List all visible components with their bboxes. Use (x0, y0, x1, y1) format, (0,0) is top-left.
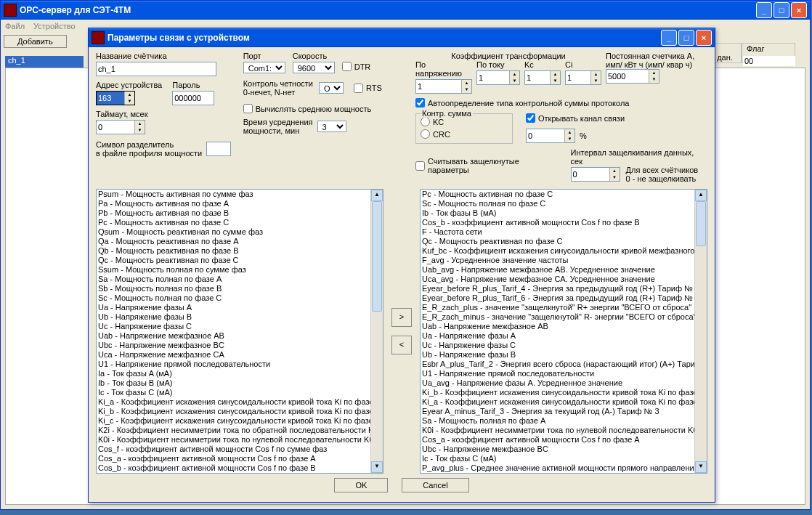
list-item[interactable]: Uab_avg - Напряжение межфазное AB. Усред… (422, 265, 694, 275)
dtr-checkbox[interactable] (342, 62, 352, 71)
list-item[interactable]: Eyear_before R_plus_Tarif_6 - Энергия за… (422, 293, 694, 303)
selected-params-list[interactable]: Pc - Мощность активная по фазе CSc - Мощ… (420, 189, 707, 474)
spin-down-icon[interactable]: ▼ (124, 98, 134, 105)
crc-crc-radio[interactable] (421, 129, 430, 139)
minimize-button[interactable]: _ (756, 2, 772, 18)
dialog-maximize-button[interactable]: □ (678, 30, 694, 46)
ok-button[interactable]: OK (334, 478, 388, 492)
cancel-button[interactable]: Cancel (402, 478, 468, 492)
list-item[interactable]: Eyear A_minus_Tarif_3 - Энергия за текущ… (422, 407, 694, 416)
list-item[interactable]: Esbr A_plus_Tarif_2 - Энергия всего сбро… (422, 360, 694, 369)
spin-down-icon[interactable]: ▼ (590, 78, 601, 84)
list-item[interactable]: Pc - Мощность активная по фазе C (98, 218, 370, 227)
openchan-checkbox[interactable] (526, 113, 535, 123)
list-item[interactable]: Cos_b - коэффициент активной мощности Co… (98, 463, 370, 473)
list-item[interactable]: Sa - Мощность полная по фазе A (98, 275, 370, 284)
list-item[interactable]: F_avg - Усредненное значение частоты (422, 256, 694, 265)
list-item[interactable]: Ic - Ток фазы C (мА) (422, 454, 694, 463)
move-right-button[interactable]: > (391, 308, 412, 327)
list-item[interactable]: Sc - Мощность полная по фазе C (422, 199, 694, 208)
kc-input[interactable] (525, 71, 550, 84)
scroll-down-icon[interactable]: ▼ (695, 461, 707, 473)
available-params-list[interactable]: Psum - Мощность активная по сумме фазPa … (96, 189, 383, 474)
port-select[interactable]: Com1: (243, 62, 285, 73)
spin-up-icon[interactable]: ▲ (124, 92, 134, 98)
parity-select[interactable]: O (319, 82, 344, 94)
list-item[interactable]: Cos_f - коэффициент активной мощности Co… (98, 445, 370, 454)
openchan-value-input[interactable] (527, 129, 564, 142)
scroll-thumb[interactable] (696, 201, 706, 246)
device-address-input[interactable] (97, 92, 124, 105)
speed-select[interactable]: 9600 (293, 62, 335, 73)
scroll-up-icon[interactable]: ▲ (695, 190, 707, 201)
latch-interval-input[interactable] (572, 168, 609, 181)
list-item[interactable]: Ic - Ток фазы C (мА) (98, 388, 370, 397)
list-item[interactable]: Uab - Напряжение межфазное AB (98, 331, 370, 341)
list-item[interactable]: Ubc - Напряжение межфазное BC (98, 341, 370, 350)
list-item[interactable]: Cos_a - коэффициент активной мощности Co… (98, 454, 370, 463)
list-item[interactable]: K2i - Коэффициент несимметрии тока по об… (98, 426, 370, 435)
spin-up-icon[interactable]: ▲ (509, 71, 519, 78)
list-item[interactable]: K0i - Коэффициент несимметрии тока по ну… (422, 426, 694, 435)
list-item[interactable]: U1 - Напряжение прямой последовательност… (422, 369, 694, 378)
menu-device[interactable]: Устройство (33, 22, 76, 31)
list-item[interactable]: Ki_a - Коэффициент искажения синусоидаль… (98, 397, 370, 407)
list-item[interactable]: Ubc - Напряжение межфазное BC (422, 445, 694, 454)
list-item[interactable]: Uc - Напряжение фазы C (422, 341, 694, 350)
list-item[interactable]: U1 - Напряжение прямой последовательност… (98, 360, 370, 369)
ku-input[interactable] (416, 80, 461, 93)
list-item[interactable]: Qa - Мощность реактивная по фазе A (98, 237, 370, 246)
spin-down-icon[interactable]: ▼ (649, 76, 659, 83)
scroll-down-icon[interactable]: ▼ (371, 461, 383, 473)
spin-up-icon[interactable]: ▲ (564, 129, 575, 136)
list-item[interactable]: F - Частота сети (422, 227, 694, 237)
list-item[interactable]: Ib - Ток фазы B (мА) (98, 378, 370, 388)
spin-up-icon[interactable]: ▲ (590, 71, 601, 78)
list-item[interactable]: Ua_avg - Напряжение фазы A. Усредненное … (422, 378, 694, 388)
dialog-minimize-button[interactable]: _ (661, 30, 677, 46)
list-item[interactable]: Ib - Ток фазы B (мА) (422, 208, 694, 218)
list-item[interactable]: Ua - Напряжение фазы A (98, 303, 370, 312)
password-input[interactable] (172, 91, 214, 105)
spin-down-icon[interactable]: ▼ (509, 78, 519, 84)
list-item[interactable]: Ssum - Мощность полная по сумме фаз (98, 265, 370, 275)
spin-up-icon[interactable]: ▲ (609, 168, 620, 174)
list-item[interactable]: P_avg_plus - Среднее значение активной м… (422, 463, 694, 473)
crc-kc-radio[interactable] (421, 117, 430, 126)
scroll-up-icon[interactable]: ▲ (371, 190, 383, 201)
avgtime-select[interactable]: 3 (317, 121, 346, 132)
list-item[interactable]: Ki_a - Коэффициент искажения синусоидаль… (422, 397, 694, 407)
list-item[interactable]: Ia - Ток фазы A (мА) (98, 369, 370, 378)
list-item[interactable]: Sb - Мощность полная по фазе B (98, 284, 370, 293)
list-item[interactable]: Sa - Мощность полная по фазе A (422, 416, 694, 426)
ki-input[interactable] (477, 71, 509, 84)
list-item[interactable]: Pa - Мощность активная по фазе A (98, 199, 370, 208)
list-item[interactable]: Qb - Мощность реактивная по фазе B (98, 246, 370, 256)
meter-name-input[interactable] (96, 62, 216, 76)
list-item[interactable]: Qsum - Мощность реактивная по сумме фаз (98, 227, 370, 237)
const-input[interactable] (606, 70, 649, 83)
list-item[interactable]: Qc - Мощность реактивная по фазе C (422, 237, 694, 246)
list-item[interactable]: K0i - Коэффициент несимметрии тока по ну… (98, 435, 370, 445)
scrollbar[interactable]: ▲ ▼ (370, 190, 383, 473)
grid-row-ch1[interactable]: ch_1 (5, 56, 84, 68)
list-item[interactable]: Uca_avg - Напряжение межфазное CA. Усред… (422, 275, 694, 284)
spin-up-icon[interactable]: ▲ (649, 70, 659, 76)
list-item[interactable]: Cos_a - коэффициент активной мощности Co… (422, 435, 694, 445)
list-item[interactable]: Ub - Напряжение фазы B (422, 350, 694, 360)
list-item[interactable]: Ua - Напряжение фазы A (422, 331, 694, 341)
separator-input[interactable] (206, 142, 231, 156)
spin-up-icon[interactable]: ▲ (134, 121, 145, 127)
add-button[interactable]: Добавить (4, 35, 67, 48)
spin-down-icon[interactable]: ▼ (564, 136, 575, 142)
menu-file[interactable]: Файл (5, 22, 25, 31)
list-item[interactable]: Psum - Мощность активная по сумме фаз (98, 190, 370, 199)
list-item[interactable]: Eyear_before R_plus_Tarif_4 - Энергия за… (422, 284, 694, 293)
list-item[interactable]: Ki_b - Коэффициент искажения синусоидаль… (98, 407, 370, 416)
spin-up-icon[interactable]: ▲ (550, 71, 560, 78)
dialog-close-button[interactable]: × (696, 30, 712, 46)
maximize-button[interactable]: □ (774, 2, 789, 18)
spin-down-icon[interactable]: ▼ (550, 78, 560, 84)
spin-down-icon[interactable]: ▼ (134, 127, 145, 134)
ci-input[interactable] (566, 71, 590, 84)
